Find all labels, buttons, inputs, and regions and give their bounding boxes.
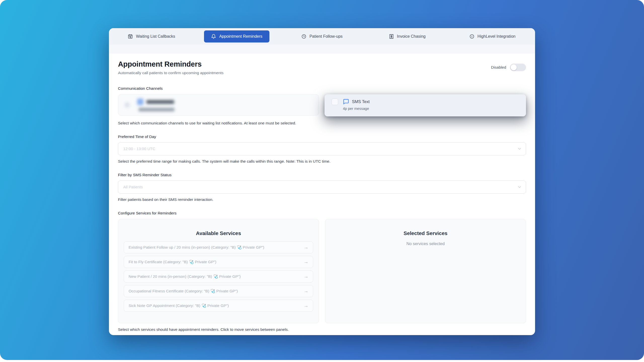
available-services-title: Available Services bbox=[124, 230, 313, 236]
preferred-time-label: Preferred Time of Day bbox=[118, 134, 526, 139]
preferred-time-value: 12:00 - 13:00 UTC bbox=[123, 147, 155, 151]
sms-channel-title: SMS Text bbox=[352, 99, 370, 104]
toggle-knob bbox=[511, 64, 517, 70]
channels-helper-text: Select which communication channels to u… bbox=[118, 121, 526, 125]
blurred-text-line bbox=[139, 108, 174, 111]
blurred-checkbox bbox=[125, 103, 130, 107]
arrow-right-icon: → bbox=[304, 245, 308, 250]
chevron-down-icon bbox=[517, 147, 522, 151]
tab-label: Invoice Chasing bbox=[397, 34, 426, 39]
sms-channel-price: 4p per message bbox=[343, 107, 370, 111]
sms-filter-value: All Patients bbox=[123, 185, 143, 189]
toggle-status-label: Disabled bbox=[491, 65, 506, 70]
configure-services-label: Configure Services for Reminders bbox=[118, 211, 526, 215]
selected-services-panel: Selected Services No services selected bbox=[325, 219, 526, 323]
calendar-search-icon bbox=[128, 34, 133, 39]
service-item[interactable]: New Patient / 20 mins (in-person) (Categ… bbox=[124, 270, 313, 283]
sms-channel-card[interactable]: SMS Text 4p per message bbox=[325, 94, 526, 116]
tab-bar: Waiting List Callbacks Appointment Remin… bbox=[109, 28, 535, 45]
service-item[interactable]: Occupational Fitness Certificate (Catego… bbox=[124, 285, 313, 297]
arrow-right-icon: → bbox=[304, 274, 308, 279]
sms-filter-helper: Filter patients based on their SMS remin… bbox=[118, 197, 526, 202]
chat-bubble-icon bbox=[343, 99, 349, 105]
available-services-panel: Available Services Existing Patient Foll… bbox=[118, 219, 319, 323]
arrow-right-icon: → bbox=[304, 288, 308, 294]
page-subtitle: Automatically call patients to confirm u… bbox=[118, 71, 224, 75]
tab-highlevel-integration[interactable]: HighLevel Integration bbox=[450, 28, 535, 45]
services-helper-text: Select which services should have appoin… bbox=[118, 327, 526, 332]
selected-services-title: Selected Services bbox=[331, 230, 520, 236]
tab-label: HighLevel Integration bbox=[477, 34, 515, 39]
blurred-phone-icon bbox=[137, 99, 143, 105]
tab-invoice-chasing[interactable]: Invoice Chasing bbox=[365, 28, 450, 45]
service-item[interactable]: Sick Note GP Appointment (Category: "B) … bbox=[124, 300, 313, 312]
chevron-down-icon bbox=[517, 185, 522, 189]
arrow-right-icon: → bbox=[304, 303, 308, 308]
clock-icon bbox=[301, 34, 306, 39]
enabled-toggle[interactable] bbox=[510, 64, 526, 71]
info-icon bbox=[469, 34, 474, 39]
sms-filter-select[interactable]: All Patients bbox=[118, 180, 526, 194]
communication-channels-label: Communication Channels bbox=[118, 86, 526, 91]
blurred-text-line bbox=[146, 100, 174, 104]
tab-patient-follow-ups[interactable]: Patient Follow-ups bbox=[279, 28, 365, 45]
tab-label: Appointment Reminders bbox=[219, 34, 262, 39]
page-title: Appointment Reminders bbox=[118, 60, 224, 68]
service-item[interactable]: Existing Patient Follow up / 20 mins (in… bbox=[124, 241, 313, 253]
arrow-right-icon: → bbox=[304, 259, 308, 265]
voice-channel-card-blurred[interactable] bbox=[118, 94, 319, 116]
sms-checkbox[interactable] bbox=[332, 99, 338, 105]
bell-icon bbox=[211, 34, 216, 39]
tab-waiting-list-callbacks[interactable]: Waiting List Callbacks bbox=[109, 28, 194, 45]
service-item[interactable]: Fit to Fly Certificate (Category: "B) 🩺 … bbox=[124, 256, 313, 268]
receipt-dollar-icon bbox=[389, 34, 394, 39]
preferred-time-select[interactable]: 12:00 - 13:00 UTC bbox=[118, 142, 526, 155]
tab-label: Waiting List Callbacks bbox=[136, 34, 175, 39]
blurred-channel-content bbox=[137, 99, 174, 111]
no-services-selected-text: No services selected bbox=[331, 241, 520, 246]
preferred-time-helper: Select the preferred time range for maki… bbox=[118, 159, 526, 164]
tab-label: Patient Follow-ups bbox=[309, 34, 343, 39]
tab-appointment-reminders[interactable]: Appointment Reminders bbox=[204, 30, 269, 42]
sms-filter-label: Filter by SMS Reminder Status bbox=[118, 173, 526, 177]
settings-card: Waiting List Callbacks Appointment Remin… bbox=[109, 28, 535, 335]
header-spacer bbox=[109, 45, 535, 54]
